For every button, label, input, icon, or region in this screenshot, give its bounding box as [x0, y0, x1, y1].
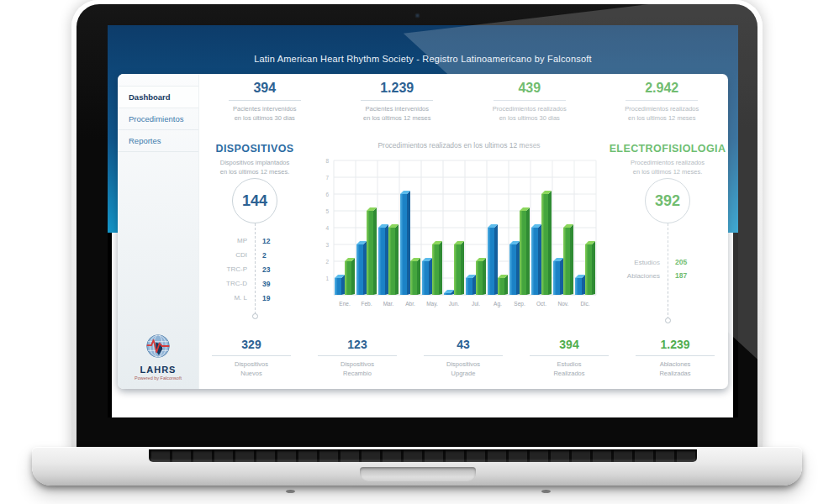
study-value: 187: [668, 271, 728, 280]
svg-text:Ag.: Ag.: [494, 301, 502, 307]
device-label: TRC-D: [198, 280, 255, 287]
svg-text:May.: May.: [426, 301, 438, 307]
device-label: MP: [198, 237, 255, 244]
svg-text:5: 5: [325, 208, 329, 214]
svg-text:4: 4: [325, 225, 329, 231]
stat-label: Pacientes intervenidos en los últimos 30…: [198, 105, 331, 123]
stat-divider: [424, 355, 503, 356]
stat-label: Procedimientos realizados en los ultimos…: [463, 105, 596, 123]
device-row: M. L 19: [198, 291, 311, 305]
stat-ablaciones-realizadas: 1.239 Ablaciones Realizadas: [622, 338, 728, 379]
device-row: CDI 2: [198, 248, 311, 262]
study-label: Ablaciones: [607, 272, 668, 280]
laptop-foot: [286, 490, 295, 493]
dispositivos-total-badge: 144: [232, 178, 277, 223]
connector-end-dot: [252, 313, 258, 319]
stat-divider: [494, 100, 566, 101]
device-value: 39: [255, 280, 311, 288]
sidebar-item-reportes[interactable]: Reportes: [118, 130, 198, 152]
device-value: 19: [255, 294, 311, 302]
svg-text:Abr.: Abr.: [405, 301, 415, 307]
app-screen: Latin American Heart Rhythm Society - Re…: [108, 25, 738, 417]
lahrs-logo-text: LAHRS: [118, 365, 198, 375]
device-label: TRC-P: [198, 265, 255, 273]
stat-dispositivos-recambio: 123 Dispositivos Recambio: [304, 338, 410, 379]
svg-text:Sep.: Sep.: [514, 301, 525, 307]
stat-divider: [229, 100, 301, 101]
stat-divider: [318, 355, 397, 356]
keyboard: [149, 449, 697, 462]
svg-text:1: 1: [325, 276, 329, 281]
stat-pacientes-30d: 394 Pacientes intervenidos en los último…: [198, 81, 331, 123]
laptop-lid: Latin American Heart Rhythm Society - Re…: [71, 0, 763, 454]
stat-value: 1.239: [331, 81, 464, 96]
study-label: Estudios: [607, 259, 668, 266]
bar-chart: 12345678Ene.Feb.Mar.Abr.May.Jun.Jul.Ag.S…: [319, 154, 599, 318]
sidebar-item-procedimientos[interactable]: Procedimientos: [118, 108, 198, 130]
electrofisiologia-total-badge: 392: [645, 178, 690, 223]
study-value: 205: [668, 258, 728, 266]
stat-label: Pacientes intervenidos en los últimos 12…: [331, 105, 464, 123]
stat-value: 394: [516, 338, 622, 351]
svg-text:Dic.: Dic.: [580, 301, 589, 307]
stat-divider: [212, 355, 291, 356]
device-value: 23: [255, 265, 311, 274]
stat-estudios-realizados: 394 Estudios Realizados: [516, 338, 622, 379]
lahrs-logo: LAHRS Powered by Falconsoft: [118, 333, 198, 381]
stat-pacientes-12m: 1.239 Pacientes intervenidos en los últi…: [331, 81, 464, 123]
chart-title: Procedimientos realizados en los ultimos…: [311, 141, 607, 150]
svg-text:8: 8: [325, 158, 329, 164]
stat-label: Dispositivos Nuevos: [198, 360, 304, 379]
electrofisiologia-title: ELECTROFISIOLOGIA: [607, 143, 728, 155]
study-row: Ablaciones 187: [607, 269, 728, 282]
stat-dispositivos-nuevos: 329 Dispositivos Nuevos: [198, 338, 304, 379]
stat-label: Procedimientos realizados en los ultimos…: [596, 105, 729, 123]
svg-text:Nov.: Nov.: [558, 301, 569, 307]
connector-end-dot: [665, 318, 671, 323]
svg-text:Jun.: Jun.: [449, 301, 459, 307]
svg-text:3: 3: [325, 242, 329, 248]
webcam-icon: [415, 13, 420, 18]
chart-panel: Procedimientos realizados en los ultimos…: [311, 131, 607, 336]
device-row: TRC-D 39: [198, 276, 311, 291]
bottom-stats-row: 329 Dispositivos Nuevos 123 Dispositivos…: [198, 338, 728, 379]
page-title: Latin American Heart Rhythm Society - Re…: [108, 54, 738, 64]
stat-divider: [636, 355, 715, 356]
stat-value: 123: [304, 338, 410, 351]
dispositivos-subtitle: Dispositivos implantados en los últimos …: [198, 159, 311, 176]
laptop-base: [32, 447, 802, 486]
stat-label: Ablaciones Realizadas: [622, 360, 728, 379]
laptop-mockup: Latin American Heart Rhythm Society - Re…: [0, 0, 834, 504]
dispositivos-panel: DISPOSITIVOS Dispositivos implantados en…: [198, 131, 311, 336]
device-label: M. L: [198, 294, 255, 302]
svg-text:Ene.: Ene.: [339, 301, 351, 307]
dispositivos-title: DISPOSITIVOS: [198, 143, 311, 155]
svg-text:7: 7: [325, 175, 329, 181]
device-value: 12: [255, 237, 311, 245]
laptop-foot: [541, 490, 551, 493]
stat-label: Estudios Realizados: [516, 360, 622, 379]
device-row: TRC-P 23: [198, 262, 311, 276]
lahrs-logo-tagline: Powered by Falconsoft: [118, 375, 198, 381]
svg-text:6: 6: [325, 192, 329, 197]
stat-dispositivos-upgrade: 43 Dispositivos Upgrade: [410, 338, 516, 379]
stat-divider: [530, 355, 609, 356]
stat-value: 394: [198, 81, 331, 96]
stat-value: 329: [198, 338, 304, 351]
stat-divider: [626, 100, 698, 101]
stat-value: 439: [463, 81, 596, 96]
laptop-screen: Latin American Heart Rhythm Society - Re…: [77, 4, 757, 454]
study-row: Estudios 205: [607, 255, 728, 269]
sidebar: Dashboard Procedimientos Reportes: [118, 74, 199, 389]
top-stats-row: 394 Pacientes intervenidos en los último…: [198, 81, 728, 123]
dashboard-card: Dashboard Procedimientos Reportes: [118, 74, 728, 389]
sidebar-item-dashboard[interactable]: Dashboard: [118, 86, 198, 108]
stat-value: 43: [410, 338, 516, 351]
svg-text:Oct.: Oct.: [536, 301, 546, 307]
device-row: MP 12: [198, 234, 311, 248]
stat-procedimientos-30d: 439 Procedimientos realizados en los ult…: [463, 81, 596, 123]
stat-label: Dispositivos Recambio: [304, 360, 410, 379]
globe-heart-icon: [145, 333, 172, 360]
dashboard-main: 394 Pacientes intervenidos en los último…: [198, 74, 728, 389]
stat-value: 1.239: [622, 338, 728, 351]
